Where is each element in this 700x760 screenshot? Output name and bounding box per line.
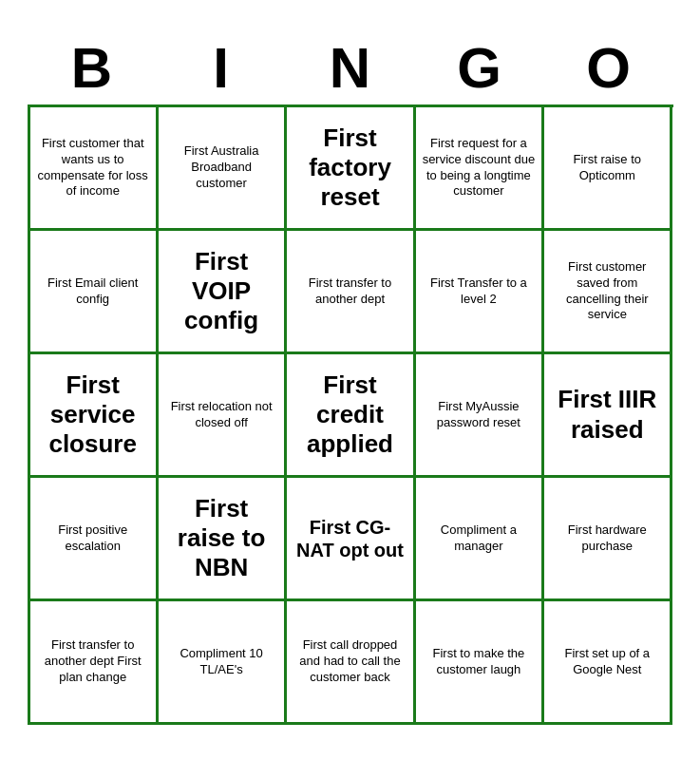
- bingo-cell-18[interactable]: Compliment a manager: [416, 478, 544, 601]
- cell-text-23: First to make the customer laugh: [422, 646, 536, 678]
- bingo-cell-2[interactable]: First factory reset: [287, 107, 415, 231]
- bingo-cell-20[interactable]: First transfer to another dept First pla…: [30, 601, 159, 725]
- cell-text-11: First relocation not closed off: [164, 399, 278, 431]
- cell-text-20: First transfer to another dept First pla…: [36, 637, 150, 686]
- bingo-cell-17[interactable]: First CG-NAT opt out: [287, 478, 415, 601]
- cell-text-1: First Australia Broadband customer: [164, 143, 278, 192]
- cell-text-7: First transfer to another dept: [293, 276, 407, 308]
- bingo-cell-3[interactable]: First request for a service discount due…: [416, 107, 544, 231]
- cell-text-22: First call dropped and had to call the c…: [293, 637, 407, 686]
- bingo-cell-8[interactable]: First Transfer to a level 2: [416, 231, 544, 354]
- cell-text-9: First customer saved from cancelling the…: [550, 259, 664, 324]
- bingo-cell-6[interactable]: First VOIP config: [159, 231, 287, 354]
- cell-text-0: First customer that wants us to compensa…: [36, 136, 150, 200]
- cell-text-17: First CG-NAT opt out: [293, 516, 407, 561]
- bingo-cell-10[interactable]: First service closure: [30, 354, 159, 478]
- cell-text-6: First VOIP config: [164, 247, 278, 336]
- cell-text-4: First raise to Opticomm: [550, 152, 664, 184]
- cell-text-12: First credit applied: [293, 370, 407, 460]
- bingo-header: B I N G O: [28, 35, 673, 101]
- cell-text-8: First Transfer to a level 2: [422, 276, 536, 308]
- bingo-cell-22[interactable]: First call dropped and had to call the c…: [287, 601, 415, 725]
- cell-text-16: First raise to NBN: [164, 494, 278, 583]
- bingo-cell-7[interactable]: First transfer to another dept: [287, 231, 415, 354]
- cell-text-3: First request for a service discount due…: [422, 136, 536, 200]
- cell-text-24: First set up of a Google Nest: [550, 646, 664, 678]
- letter-n: N: [289, 35, 412, 101]
- bingo-cell-1[interactable]: First Australia Broadband customer: [159, 107, 287, 231]
- bingo-cell-24[interactable]: First set up of a Google Nest: [544, 601, 672, 725]
- letter-g: G: [418, 35, 541, 101]
- cell-text-14: First IIIR raised: [550, 385, 664, 444]
- cell-text-13: First MyAussie password reset: [422, 399, 536, 431]
- bingo-cell-5[interactable]: First Email client config: [30, 231, 159, 354]
- bingo-cell-13[interactable]: First MyAussie password reset: [416, 354, 544, 478]
- bingo-cell-11[interactable]: First relocation not closed off: [159, 354, 287, 478]
- bingo-cell-12[interactable]: First credit applied: [287, 354, 415, 478]
- cell-text-18: Compliment a manager: [422, 522, 536, 555]
- cell-text-2: First factory reset: [293, 124, 407, 213]
- cell-text-21: Compliment 10 TL/AE's: [164, 646, 278, 678]
- bingo-cell-0[interactable]: First customer that wants us to compensa…: [30, 107, 159, 231]
- cell-text-10: First service closure: [36, 370, 150, 460]
- bingo-card: B I N G O First customer that wants us t…: [18, 26, 683, 734]
- bingo-cell-23[interactable]: First to make the customer laugh: [416, 601, 544, 725]
- cell-text-5: First Email client config: [36, 276, 150, 308]
- bingo-cell-4[interactable]: First raise to Opticomm: [544, 107, 672, 231]
- letter-b: B: [30, 35, 154, 101]
- letter-i: I: [160, 35, 283, 101]
- cell-text-15: First positive escalation: [36, 522, 150, 555]
- bingo-cell-16[interactable]: First raise to NBN: [159, 478, 287, 601]
- bingo-cell-15[interactable]: First positive escalation: [30, 478, 159, 601]
- bingo-cell-19[interactable]: First hardware purchase: [544, 478, 672, 601]
- bingo-cell-14[interactable]: First IIIR raised: [544, 354, 672, 478]
- cell-text-19: First hardware purchase: [550, 522, 664, 555]
- letter-o: O: [547, 35, 671, 101]
- bingo-grid: First customer that wants us to compensa…: [28, 104, 673, 725]
- bingo-cell-9[interactable]: First customer saved from cancelling the…: [544, 231, 672, 354]
- bingo-cell-21[interactable]: Compliment 10 TL/AE's: [159, 601, 287, 725]
